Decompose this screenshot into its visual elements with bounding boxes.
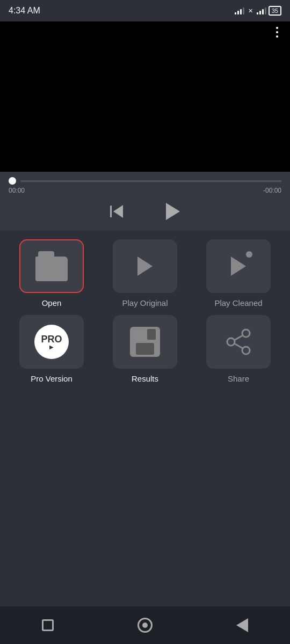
play-original-label: Play Original xyxy=(122,298,168,308)
video-player xyxy=(0,21,290,172)
play-cleaned-icon xyxy=(231,257,246,276)
nav-back-button[interactable] xyxy=(236,618,248,632)
status-icons: ✕ 35 xyxy=(235,6,281,16)
home-icon xyxy=(137,618,153,633)
play-cleaned-label: Play Cleaned xyxy=(214,298,262,308)
nav-bar xyxy=(0,606,290,644)
share-icon xyxy=(223,327,253,357)
signal-bars-2 xyxy=(257,7,266,14)
share-button[interactable]: Share xyxy=(195,315,281,383)
stop-icon xyxy=(42,619,54,631)
pro-icon-box[interactable]: PRO ▶ xyxy=(19,315,84,369)
nav-home-button[interactable] xyxy=(137,618,153,633)
battery-indicator: 35 xyxy=(269,6,281,16)
results-button[interactable]: Results xyxy=(102,315,188,383)
svg-line-3 xyxy=(234,335,243,340)
play-original-button[interactable]: Play Original xyxy=(102,239,188,308)
current-time: 00:00 xyxy=(9,187,25,194)
clean-indicator-dot xyxy=(246,251,252,258)
time-row: 00:00 -00:00 xyxy=(9,187,281,194)
play-original-icon-box[interactable] xyxy=(113,239,177,293)
share-icon-box[interactable] xyxy=(206,315,271,369)
progress-row[interactable] xyxy=(9,177,281,185)
open-button[interactable]: Open xyxy=(9,239,95,308)
share-label: Share xyxy=(228,374,249,383)
overflow-menu-button[interactable] xyxy=(272,23,282,42)
remaining-time: -00:00 xyxy=(263,187,281,194)
results-icon-box[interactable] xyxy=(113,315,177,369)
signal-bars-1 xyxy=(235,7,244,14)
play-button[interactable] xyxy=(166,203,180,220)
play-cleaned-button[interactable]: Play Cleaned xyxy=(195,239,281,308)
svg-line-4 xyxy=(234,343,243,348)
pro-version-button[interactable]: PRO ▶ Pro Version xyxy=(9,315,95,383)
status-bar: 4:34 AM ✕ 35 xyxy=(0,0,290,21)
controls-bar: 00:00 -00:00 xyxy=(0,172,290,231)
open-icon-box[interactable] xyxy=(19,239,84,293)
folder-icon xyxy=(35,251,68,281)
svg-point-1 xyxy=(242,347,250,354)
play-cleaned-icon-box[interactable] xyxy=(206,239,271,293)
status-time: 4:34 AM xyxy=(9,6,40,16)
progress-bar[interactable] xyxy=(20,180,281,182)
play-original-icon xyxy=(137,257,153,276)
back-icon xyxy=(236,618,248,632)
nav-stop-button[interactable] xyxy=(42,619,54,631)
results-label: Results xyxy=(132,374,158,383)
pro-icon: PRO ▶ xyxy=(34,325,69,359)
progress-thumb[interactable] xyxy=(9,177,16,185)
svg-point-0 xyxy=(242,330,250,337)
grid-buttons: Open Play Original Play Cleaned PRO ▶ Pr… xyxy=(0,231,290,383)
open-label: Open xyxy=(42,298,62,308)
pro-version-label: Pro Version xyxy=(31,374,73,383)
playback-controls xyxy=(9,200,281,223)
floppy-icon xyxy=(130,327,160,357)
skip-back-button[interactable] xyxy=(110,205,123,218)
svg-point-2 xyxy=(227,338,235,346)
